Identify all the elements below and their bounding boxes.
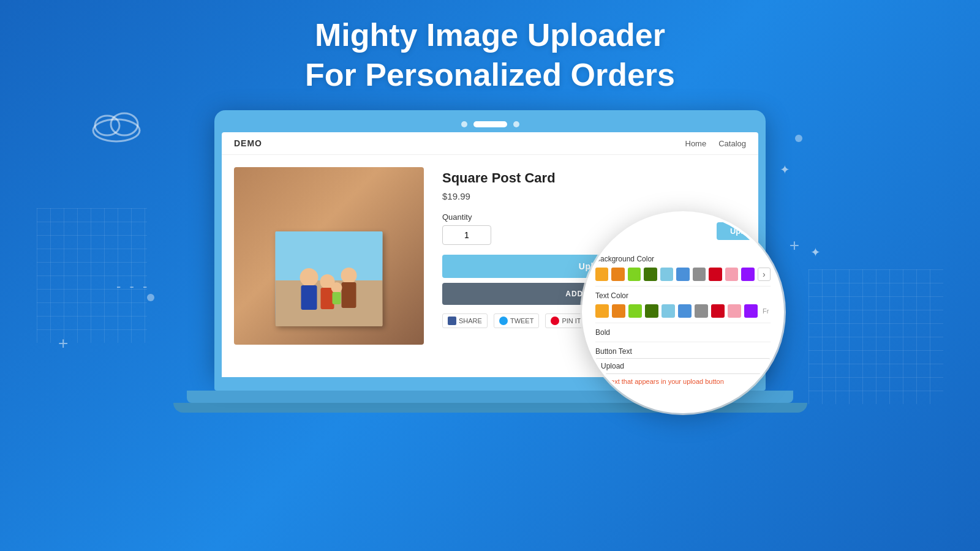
magnifier-popup: Upload Background Color › Text Color: [582, 211, 784, 413]
divider-2: [595, 323, 771, 323]
laptop-indicator-line: [473, 121, 507, 127]
bg-color-gray[interactable]: [693, 268, 706, 281]
nav-link-home[interactable]: Home: [685, 139, 707, 148]
svg-rect-10: [342, 282, 356, 308]
pinterest-icon: [551, 317, 559, 325]
svg-rect-8: [301, 285, 317, 310]
text-color-red[interactable]: [711, 304, 725, 318]
laptop-mockup: DEMO Home Catalog: [214, 110, 766, 413]
bold-label: Bold: [595, 328, 771, 337]
text-color-gray[interactable]: [695, 304, 708, 318]
bg-color-dark-orange[interactable]: [611, 268, 624, 281]
family-photo-overlay: [276, 231, 383, 326]
pin-button[interactable]: PIN IT: [545, 313, 586, 328]
text-color-blue[interactable]: [678, 304, 692, 318]
laptop-indicator-dot-2: [513, 121, 519, 127]
svg-rect-5: [276, 231, 383, 280]
bg-color-light-blue[interactable]: [660, 268, 673, 281]
svg-point-9: [341, 268, 357, 283]
button-text-label: Button Text: [595, 347, 771, 356]
bg-color-green[interactable]: [628, 268, 641, 281]
nav-link-catalog[interactable]: Catalog: [718, 139, 746, 148]
text-color-extra: Fr: [763, 307, 769, 315]
laptop-indicator-dot-1: [461, 121, 467, 127]
tweet-button[interactable]: TWEET: [494, 313, 540, 328]
button-text-input[interactable]: [595, 358, 771, 374]
text-color-green[interactable]: [628, 304, 642, 318]
bg-color-title: Background Color: [595, 255, 771, 263]
product-title: Square Post Card: [442, 170, 746, 186]
divider-3: [595, 342, 771, 342]
text-color-purple[interactable]: [744, 304, 758, 318]
tweet-label: TWEET: [510, 317, 534, 324]
svg-rect-14: [333, 292, 341, 304]
text-color-orange[interactable]: [595, 304, 609, 318]
divider-1: [595, 286, 771, 287]
browser-nav-links: Home Catalog: [685, 139, 747, 148]
product-price: $19.99: [442, 191, 746, 201]
button-text-hint: The text that appears in your upload but…: [595, 378, 771, 385]
text-color-light-blue[interactable]: [662, 304, 675, 318]
bg-color-purple[interactable]: [741, 268, 754, 281]
bg-color-swatches: ›: [595, 268, 771, 281]
share-button[interactable]: SHARE: [442, 313, 488, 328]
bg-color-more[interactable]: ›: [758, 268, 771, 281]
bg-color-dark-green[interactable]: [644, 268, 657, 281]
bg-color-orange[interactable]: [595, 268, 608, 281]
laptop-top-bar: [222, 118, 758, 132]
bg-color-pink[interactable]: [725, 268, 738, 281]
facebook-icon: [448, 317, 456, 325]
svg-point-7: [300, 268, 318, 287]
browser-nav: DEMO Home Catalog: [222, 132, 758, 155]
browser-logo: DEMO: [234, 138, 262, 148]
text-color-dark-green[interactable]: [645, 304, 658, 318]
text-color-title: Text Color: [595, 291, 771, 300]
magnifier-content: Upload Background Color › Text Color: [584, 214, 782, 411]
quantity-input[interactable]: [442, 225, 491, 245]
pin-label: PIN IT: [562, 317, 581, 324]
bg-color-red[interactable]: [709, 268, 722, 281]
bg-color-blue[interactable]: [676, 268, 689, 281]
twitter-icon: [499, 317, 508, 325]
text-color-swatches: Fr: [595, 304, 771, 318]
text-color-pink[interactable]: [728, 304, 741, 318]
page-title: Mighty Image Uploader For Personalized O…: [245, 15, 735, 95]
product-image: [234, 167, 424, 345]
svg-point-13: [331, 282, 342, 293]
share-label: SHARE: [459, 317, 482, 324]
text-color-dark-orange[interactable]: [612, 304, 625, 318]
